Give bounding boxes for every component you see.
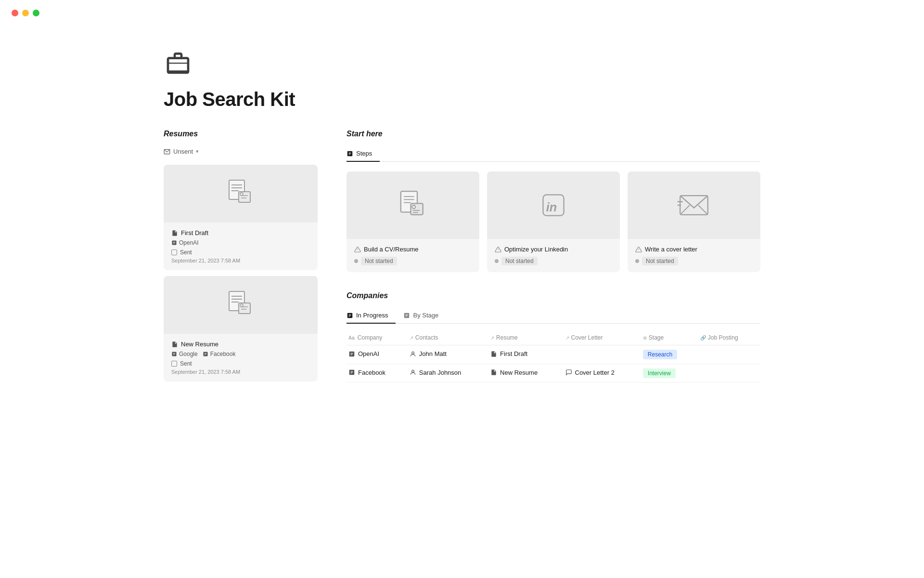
unsent-filter[interactable]: Unsent ▾ — [164, 146, 318, 157]
resume-card-body-1: First Draft OpenAI — [164, 223, 318, 270]
company-tag-google: Google — [171, 351, 198, 357]
status-label-cover-letter: Not started — [642, 257, 678, 265]
resume-name-openai: First Draft — [500, 350, 527, 357]
status-dot-cv — [354, 259, 358, 263]
step-card-cv[interactable]: Build a CV/Resume Not started — [346, 171, 479, 272]
company-facebook: Facebook — [348, 369, 385, 376]
col-job-posting: 🔗 Job Posting — [698, 331, 760, 345]
company-cell-facebook: Facebook — [346, 364, 408, 382]
steps-tabs: Steps — [346, 146, 760, 162]
tab-steps[interactable]: Steps — [346, 146, 380, 162]
company-openai: OpenAI — [348, 350, 379, 357]
stage-badge-facebook: Interview — [643, 368, 676, 378]
step-card-linkedin[interactable]: in Optimize your Linkedin — [487, 171, 620, 272]
company-name-facebook: Facebook — [358, 369, 385, 376]
tab-in-progress[interactable]: In Progress — [346, 308, 396, 324]
table-row[interactable]: Facebook Sarah Johnson — [346, 364, 760, 382]
main-content: Job Search Kit Resumes Unsent ▾ — [125, 0, 799, 426]
document-icon — [171, 230, 178, 236]
step-status-linkedin: Not started — [495, 257, 612, 265]
col-contacts: ↗ Contacts — [408, 331, 488, 345]
aa-icon: Aa — [348, 335, 355, 341]
step-card-image-linkedin: in — [487, 171, 620, 239]
col-job-posting-label: Job Posting — [708, 334, 738, 341]
resume-thumbnail-icon-1 — [225, 178, 256, 209]
contacts-openai: John Matt — [410, 350, 447, 357]
contacts-name-openai: John Matt — [419, 350, 447, 357]
resume-card-sent-2: Sent — [171, 360, 310, 367]
traffic-light-red[interactable] — [12, 10, 18, 16]
companies-table: Aa Company ↗ Contacts — [346, 331, 760, 382]
resume-card-image-2 — [164, 276, 318, 334]
resume-card-new-resume[interactable]: New Resume Google — [164, 276, 318, 381]
step-card-cover-letter[interactable]: Write a cover letter Not started — [628, 171, 760, 272]
stage-icon — [403, 312, 410, 319]
step-title-linkedin: Optimize your Linkedin — [504, 246, 568, 253]
table-row[interactable]: OpenAI John Matt — [346, 345, 760, 364]
start-here-section: Start here Steps — [346, 130, 760, 272]
company-tag-facebook: Facebook — [203, 351, 236, 357]
contacts-facebook: Sarah Johnson — [410, 369, 461, 376]
contacts-name-facebook: Sarah Johnson — [419, 369, 461, 376]
svg-point-66 — [412, 352, 414, 354]
status-label-linkedin: Not started — [501, 257, 538, 265]
tab-steps-label: Steps — [356, 150, 372, 157]
companies-heading: Companies — [346, 291, 760, 300]
company-icon-row-openai — [348, 351, 355, 357]
resume-card-title-1: First Draft — [171, 229, 310, 236]
step-status-cover-letter: Not started — [635, 257, 753, 265]
briefcase-icon — [164, 48, 192, 77]
resume-card-sent-1: Sent — [171, 249, 310, 256]
checkbox-sent-2 — [171, 361, 177, 367]
svg-text:in: in — [546, 200, 557, 214]
unsent-label: Unsent — [173, 148, 193, 155]
step-card-title-linkedin: Optimize your Linkedin — [495, 246, 612, 253]
svg-line-49 — [698, 205, 708, 215]
step-card-body-cover-letter: Write a cover letter Not started — [628, 239, 760, 272]
company-tag-openai: OpenAI — [171, 239, 199, 246]
company-icon-openai — [171, 240, 177, 246]
step-title-cv: Build a CV/Resume — [364, 246, 418, 253]
job-posting-cell-facebook — [698, 364, 760, 382]
resume-card-body-2: New Resume Google — [164, 334, 318, 381]
document-icon-facebook — [490, 369, 497, 376]
step-card-image-cv — [346, 171, 479, 239]
status-label-cv: Not started — [361, 257, 397, 265]
envelope-icon — [164, 148, 170, 155]
tab-by-stage[interactable]: By Stage — [403, 308, 446, 324]
tab-in-progress-label: In Progress — [356, 312, 388, 319]
stage-col-icon: ⊕ — [643, 335, 647, 341]
resume-title-2: New Resume — [181, 341, 218, 348]
company-cell-openai: OpenAI — [346, 345, 408, 364]
person-icon-openai — [410, 351, 416, 357]
company-name-openai: OpenAI — [358, 350, 379, 357]
sent-label-2: Sent — [180, 360, 192, 367]
warning-icon-linkedin — [495, 246, 501, 253]
col-contacts-label: Contacts — [415, 334, 438, 341]
start-here-heading: Start here — [346, 130, 760, 138]
stage-badge-openai: Research — [643, 350, 677, 359]
traffic-light-green[interactable] — [33, 10, 39, 16]
col-company: Aa Company — [346, 331, 408, 345]
resume-card-date-1: September 21, 2023 7:58 AM — [171, 258, 310, 263]
cv-icon — [396, 188, 430, 223]
resume-thumbnail-icon-2 — [225, 289, 256, 320]
col-cover-letter: ↗ Cover Letter — [564, 331, 641, 345]
svg-rect-47 — [680, 196, 708, 215]
col-company-label: Company — [358, 334, 382, 341]
company-label-facebook: Facebook — [210, 351, 236, 357]
resume-card-first-draft[interactable]: First Draft OpenAI — [164, 165, 318, 270]
col-resume: ↗ Resume — [488, 331, 563, 345]
col-stage: ⊕ Stage — [641, 331, 698, 345]
step-card-title-cv: Build a CV/Resume — [354, 246, 472, 253]
sent-label-1: Sent — [180, 249, 192, 256]
email-icon — [677, 188, 711, 223]
steps-tab-icon — [346, 150, 353, 157]
companies-section: Companies In Progress — [346, 291, 760, 382]
tab-by-stage-label: By Stage — [413, 312, 438, 319]
link-icon: 🔗 — [700, 335, 706, 341]
resume-card-date-2: September 21, 2023 7:58 AM — [171, 369, 310, 375]
traffic-light-yellow[interactable] — [22, 10, 29, 16]
contacts-cell-openai: John Matt — [408, 345, 488, 364]
status-dot-linkedin — [495, 259, 499, 263]
